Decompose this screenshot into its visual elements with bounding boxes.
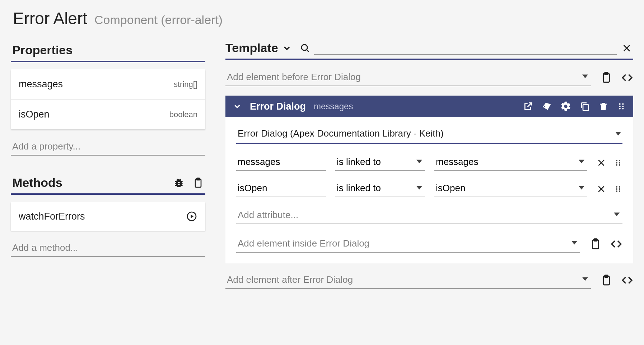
element-source-label: Error Dialog (Apex Documentation Library… — [238, 128, 615, 139]
clipboard-icon[interactable] — [589, 238, 602, 250]
remove-binding-icon[interactable] — [597, 158, 606, 167]
svg-rect-1 — [197, 178, 200, 180]
binding-target-select[interactable] — [434, 154, 587, 171]
svg-point-18 — [616, 160, 617, 161]
properties-section-header: Properties — [11, 41, 205, 62]
drag-handle-icon[interactable] — [617, 102, 626, 111]
property-name: isOpen — [19, 109, 50, 120]
open-in-new-icon[interactable] — [523, 101, 533, 112]
dropdown-arrow-icon — [615, 130, 621, 137]
binding-attribute-input[interactable] — [236, 154, 326, 171]
methods-section-title: Methods — [12, 176, 62, 190]
bug-icon[interactable] — [173, 177, 185, 189]
element-chip: messages — [314, 101, 353, 111]
template-section-header: Template — [225, 41, 633, 60]
svg-point-31 — [619, 190, 620, 192]
page-subtitle: Component (error-alert) — [94, 13, 223, 27]
svg-rect-8 — [605, 72, 608, 74]
element-title: Error Dialog — [250, 101, 306, 112]
svg-line-4 — [307, 50, 309, 52]
svg-point-26 — [616, 186, 617, 188]
template-element: Error Dialog messages — [225, 96, 633, 263]
binding-row — [236, 180, 622, 197]
search-icon[interactable] — [300, 43, 311, 54]
delete-icon[interactable] — [598, 101, 609, 112]
methods-list: watchForErrors — [11, 202, 205, 231]
close-icon[interactable] — [622, 43, 632, 53]
svg-point-11 — [619, 106, 621, 107]
code-icon[interactable] — [621, 72, 633, 84]
template-search-input[interactable] — [314, 41, 617, 55]
svg-point-27 — [616, 188, 617, 190]
clipboard-icon[interactable] — [600, 274, 612, 286]
binding-relation-select[interactable] — [335, 154, 425, 171]
methods-section-header: Methods — [11, 174, 205, 195]
binding-relation-select[interactable] — [335, 180, 425, 197]
svg-rect-9 — [583, 105, 588, 110]
drag-handle-icon[interactable] — [614, 185, 622, 193]
play-circle-icon[interactable] — [186, 211, 197, 222]
svg-point-3 — [302, 45, 307, 50]
add-element-inside-input[interactable] — [236, 235, 580, 253]
property-type: boolean — [169, 110, 197, 119]
add-element-before-input[interactable] — [225, 69, 591, 86]
add-method-input[interactable] — [11, 239, 205, 257]
code-icon[interactable] — [621, 274, 633, 286]
svg-point-22 — [619, 162, 620, 164]
style-icon[interactable] — [541, 101, 552, 112]
code-icon[interactable] — [610, 238, 622, 250]
method-name: watchForErrors — [19, 211, 85, 222]
properties-list: messages string[] isOpen boolean — [11, 69, 205, 129]
svg-rect-33 — [594, 239, 597, 241]
properties-section-title: Properties — [12, 43, 73, 57]
chevron-down-icon[interactable] — [233, 102, 242, 111]
page-title: Error Alert — [13, 9, 87, 28]
svg-point-13 — [622, 103, 624, 105]
template-section-title: Template — [225, 41, 278, 55]
add-property-input[interactable] — [11, 138, 205, 156]
svg-rect-35 — [605, 275, 608, 277]
svg-point-15 — [622, 108, 624, 109]
svg-point-28 — [616, 190, 617, 192]
clipboard-icon[interactable] — [192, 177, 204, 189]
clipboard-icon[interactable] — [600, 72, 612, 84]
remove-binding-icon[interactable] — [597, 184, 606, 194]
svg-point-12 — [619, 108, 621, 109]
property-type: string[] — [174, 80, 197, 89]
property-row[interactable]: messages string[] — [11, 69, 205, 100]
template-element-header[interactable]: Error Dialog messages — [225, 96, 633, 117]
chevron-down-icon[interactable] — [282, 43, 292, 53]
binding-attribute-input[interactable] — [236, 180, 326, 197]
add-element-after-input[interactable] — [225, 271, 591, 289]
page-header: Error Alert Component (error-alert) — [11, 6, 633, 41]
drag-handle-icon[interactable] — [614, 158, 622, 167]
property-row[interactable]: isOpen boolean — [11, 100, 205, 129]
svg-point-10 — [619, 103, 621, 105]
svg-point-30 — [619, 188, 620, 190]
property-name: messages — [19, 79, 63, 90]
svg-point-21 — [619, 160, 620, 161]
svg-point-29 — [619, 186, 620, 188]
element-source-select[interactable]: Error Dialog (Apex Documentation Library… — [236, 126, 622, 144]
svg-point-19 — [616, 162, 617, 164]
gear-icon[interactable] — [560, 101, 571, 112]
svg-point-20 — [616, 164, 617, 166]
method-row[interactable]: watchForErrors — [11, 202, 205, 231]
add-attribute-input[interactable] — [236, 207, 622, 224]
binding-target-select[interactable] — [434, 180, 587, 197]
svg-point-14 — [622, 106, 624, 107]
svg-point-23 — [619, 164, 620, 166]
copy-icon[interactable] — [579, 101, 590, 112]
binding-row — [236, 154, 622, 171]
